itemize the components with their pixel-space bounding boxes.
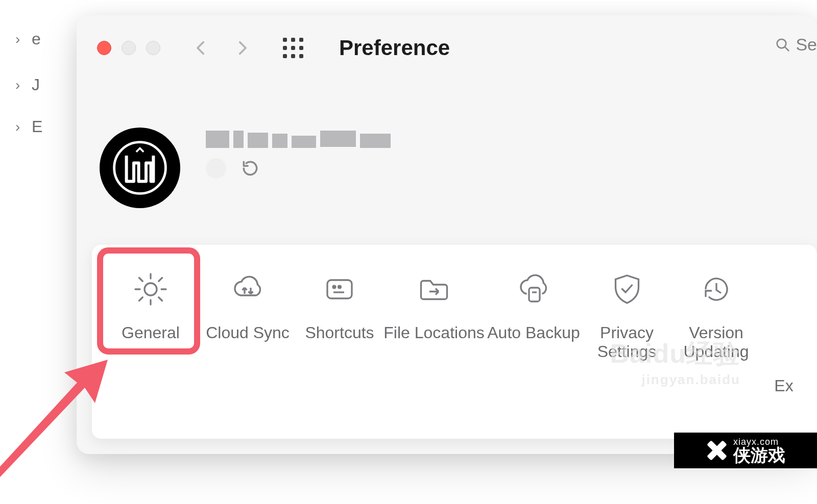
svg-line-9 <box>139 278 143 282</box>
folder-arrow-icon <box>415 270 453 308</box>
svg-point-14 <box>333 286 335 288</box>
xiayx-text: 侠游戏 <box>733 446 785 464</box>
search-icon <box>775 37 790 53</box>
minimize-button[interactable] <box>122 41 136 55</box>
close-button[interactable] <box>97 41 111 55</box>
preferences-window: Preference Se <box>77 15 817 454</box>
username-blurred <box>206 131 391 148</box>
keyboard-icon <box>321 270 358 308</box>
tab-cloud-sync[interactable]: Cloud Sync <box>199 270 296 342</box>
watermark-brand: Baidu经验 <box>610 336 740 372</box>
profile-section <box>100 128 391 208</box>
tab-auto-backup[interactable]: Auto Backup <box>485 270 582 342</box>
screenshot-root: › e › J › E <box>0 0 817 504</box>
svg-line-1 <box>785 47 789 51</box>
refresh-button[interactable] <box>241 159 260 178</box>
sidebar-label: e <box>32 30 41 48</box>
chevron-right-icon: › <box>15 77 20 93</box>
avatar[interactable] <box>100 128 180 208</box>
svg-line-10 <box>159 297 162 301</box>
svg-point-4 <box>145 283 157 295</box>
backup-icon <box>515 270 552 308</box>
shield-check-icon <box>608 270 646 308</box>
forward-button[interactable] <box>232 38 252 58</box>
svg-line-11 <box>139 297 143 301</box>
baidu-watermark: Baidu经验 jingyan.baidu <box>610 336 740 388</box>
cloud-sync-icon <box>229 270 267 308</box>
sidebar-row[interactable]: › J <box>0 71 45 98</box>
tab-label: Shortcuts <box>305 323 374 342</box>
sidebar-label: J <box>32 75 40 94</box>
traffic-lights <box>97 41 160 55</box>
sidebar-row[interactable]: › E <box>0 113 47 140</box>
sidebar-row[interactable]: › e <box>0 26 46 53</box>
svg-rect-13 <box>327 280 352 298</box>
tab-label: General <box>122 323 180 342</box>
search-field[interactable]: Se <box>775 35 817 55</box>
maximize-button[interactable] <box>146 41 160 55</box>
tab-general[interactable]: General <box>102 270 199 342</box>
chevron-right-icon: › <box>15 31 20 47</box>
window-title: Preference <box>339 36 450 60</box>
watermark-sub: jingyan.baidu <box>610 372 740 388</box>
xiayx-corner-badge: xiayx.com 侠游戏 <box>674 433 817 468</box>
chevron-right-icon: › <box>15 119 20 135</box>
tab-label: Cloud Sync <box>206 323 290 342</box>
xiayx-logo-icon <box>706 439 728 462</box>
tab-label: File Locations <box>383 323 484 342</box>
tab-label: Auto Backup <box>487 323 580 342</box>
svg-line-12 <box>159 278 162 282</box>
tab-file-locations[interactable]: File Locations <box>383 270 485 342</box>
avatar-logo-icon <box>109 137 171 198</box>
titlebar: Preference Se <box>77 15 817 81</box>
background-sidebar: › e › J › E <box>0 0 77 504</box>
tab-shortcuts[interactable]: Shortcuts <box>296 270 383 342</box>
nav-buttons <box>191 38 252 58</box>
profile-text <box>206 131 391 179</box>
grid-icon[interactable] <box>283 38 303 58</box>
svg-point-15 <box>339 286 341 288</box>
history-icon <box>698 270 735 308</box>
back-button[interactable] <box>191 38 211 58</box>
sidebar-label: E <box>32 117 42 136</box>
tab-export[interactable]: Ex <box>761 270 807 395</box>
profile-subrow <box>206 158 391 179</box>
svg-rect-17 <box>529 288 540 301</box>
search-placeholder: Se <box>796 35 817 55</box>
tab-label: Ex <box>774 376 793 395</box>
gear-icon <box>132 270 170 308</box>
status-badge <box>206 158 226 179</box>
